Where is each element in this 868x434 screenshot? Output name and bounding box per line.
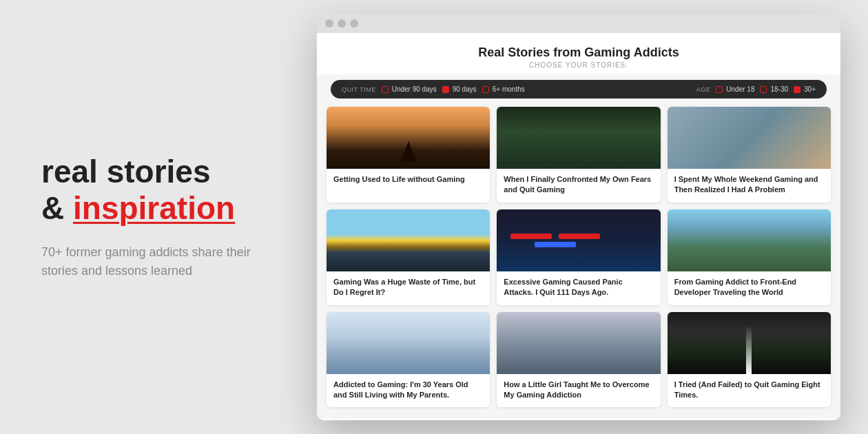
filter-under-90-label: Under 90 days	[392, 85, 437, 93]
card-9-image	[668, 312, 831, 374]
filter-90-days-label: 90 days	[453, 85, 477, 93]
filter-under-18-label: Under 18	[726, 85, 754, 93]
page-subtitle: CHOOSE YOUR STORIES:	[331, 61, 827, 69]
card-1-body: Getting Used to Life without Gaming	[327, 169, 490, 192]
card-7-image	[327, 312, 490, 374]
quit-time-label: QUIT TIME	[342, 86, 376, 93]
filter-30-plus-label: 30+	[804, 85, 816, 93]
card-1-image	[327, 107, 490, 169]
headline: real stories & inspiration	[41, 154, 276, 227]
page-title: Real Stories from Gaming Addicts	[331, 45, 827, 60]
filter-18-30-label: 18-30	[770, 85, 788, 93]
card-4[interactable]: Gaming Was a Huge Waste of Time, but Do …	[327, 209, 490, 305]
card-4-body: Gaming Was a Huge Waste of Time, but Do …	[327, 271, 490, 305]
filter-bar[interactable]: QUIT TIME Under 90 days 90 days 6+ month…	[331, 80, 827, 99]
card-9-title: I Tried (And Failed) to Quit Gaming Eigh…	[674, 380, 824, 401]
card-3-title: I Spent My Whole Weekend Gaming and Then…	[674, 174, 824, 196]
subtext: 70+ former gaming addicts share their st…	[41, 243, 276, 280]
card-7-body: Addicted to Gaming: I'm 30 Years Old and…	[327, 374, 490, 408]
card-5[interactable]: Excessive Gaming Caused Panic Attacks. I…	[497, 209, 660, 305]
filter-18-30-checkbox[interactable]	[760, 86, 767, 93]
card-9[interactable]: I Tried (And Failed) to Quit Gaming Eigh…	[668, 312, 831, 408]
browser-dot-min	[338, 19, 346, 28]
browser-dot-close	[325, 19, 333, 28]
headline-highlight: inspiration	[73, 190, 235, 226]
filter-under-18[interactable]: Under 18	[716, 85, 754, 93]
card-5-image	[497, 209, 660, 271]
card-7[interactable]: Addicted to Gaming: I'm 30 Years Old and…	[327, 312, 490, 408]
card-8[interactable]: How a Little Girl Taught Me to Overcome …	[497, 312, 660, 408]
filter-under-18-checkbox[interactable]	[716, 86, 723, 93]
browser-content[interactable]: Real Stories from Gaming Addicts CHOOSE …	[317, 33, 840, 419]
card-1[interactable]: Getting Used to Life without Gaming	[327, 107, 490, 203]
filter-90-days-checkbox[interactable]	[442, 86, 449, 93]
browser-dot-max	[350, 19, 358, 28]
left-panel: real stories & inspiration 70+ former ga…	[0, 154, 317, 280]
card-6-body: From Gaming Addict to Front-End Develope…	[668, 271, 831, 305]
card-2-title: When I Finally Confronted My Own Fears a…	[504, 174, 653, 196]
card-3[interactable]: I Spent My Whole Weekend Gaming and Then…	[668, 107, 831, 203]
card-2-image	[497, 107, 660, 169]
filter-6-months[interactable]: 6+ months	[482, 85, 525, 93]
card-3-image	[668, 107, 831, 169]
card-8-image	[497, 312, 660, 374]
page-header: Real Stories from Gaming Addicts CHOOSE …	[317, 33, 840, 74]
cards-grid: Getting Used to Life without Gaming When…	[317, 107, 840, 417]
card-7-title: Addicted to Gaming: I'm 30 Years Old and…	[333, 380, 483, 401]
card-5-title: Excessive Gaming Caused Panic Attacks. I…	[504, 277, 653, 298]
filter-90-days[interactable]: 90 days	[442, 85, 477, 93]
filter-under-90[interactable]: Under 90 days	[382, 85, 437, 93]
filter-30-plus[interactable]: 30+	[794, 85, 816, 93]
headline-line1: real stories	[41, 154, 276, 190]
card-8-body: How a Little Girl Taught Me to Overcome …	[497, 374, 660, 408]
filter-6-months-checkbox[interactable]	[482, 86, 489, 93]
filter-under-90-checkbox[interactable]	[382, 86, 389, 93]
filter-30-plus-checkbox[interactable]	[794, 86, 800, 93]
card-5-body: Excessive Gaming Caused Panic Attacks. I…	[497, 271, 660, 305]
headline-pre: &	[41, 190, 73, 226]
card-6-image	[668, 209, 831, 271]
card-8-title: How a Little Girl Taught Me to Overcome …	[504, 380, 653, 401]
card-9-body: I Tried (And Failed) to Quit Gaming Eigh…	[668, 374, 831, 408]
card-4-image	[327, 209, 490, 271]
filter-6-months-label: 6+ months	[493, 85, 525, 93]
browser-titlebar	[317, 14, 840, 33]
card-4-title: Gaming Was a Huge Waste of Time, but Do …	[333, 277, 483, 298]
age-label: AGE	[696, 86, 711, 93]
card-6-title: From Gaming Addict to Front-End Develope…	[674, 277, 824, 298]
browser-window: Real Stories from Gaming Addicts CHOOSE …	[317, 14, 840, 420]
card-3-body: I Spent My Whole Weekend Gaming and Then…	[668, 169, 831, 203]
card-1-title: Getting Used to Life without Gaming	[333, 174, 483, 185]
card-2[interactable]: When I Finally Confronted My Own Fears a…	[497, 107, 660, 203]
card-6[interactable]: From Gaming Addict to Front-End Develope…	[668, 209, 831, 305]
filter-18-30[interactable]: 18-30	[760, 85, 788, 93]
headline-line2: & inspiration	[41, 190, 276, 227]
card-2-body: When I Finally Confronted My Own Fears a…	[497, 169, 660, 203]
